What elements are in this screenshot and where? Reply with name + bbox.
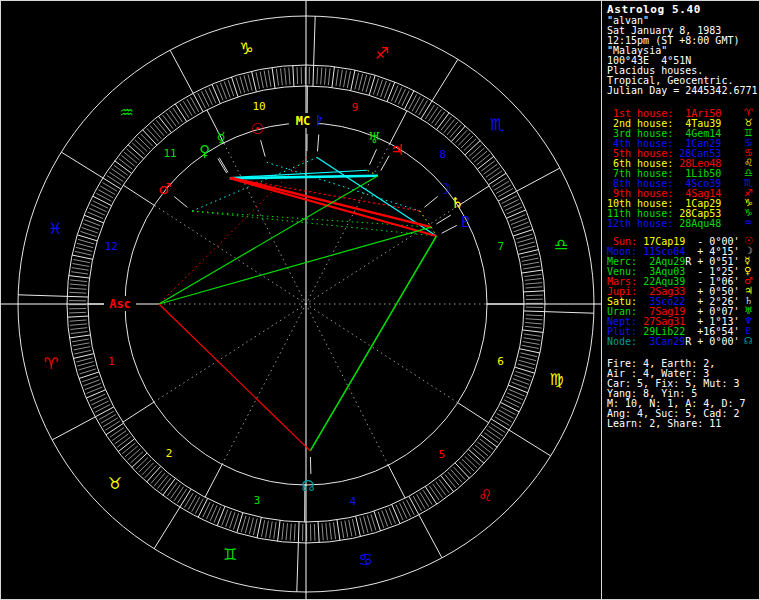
house-number-9: 9 — [352, 101, 359, 114]
planet-icon: ☊ — [744, 336, 753, 346]
house-number-7: 7 — [497, 240, 504, 253]
zodiac-sign-glyph-taurus: ♉ — [108, 474, 122, 493]
house-number-1: 1 — [108, 355, 115, 368]
house-number-5: 5 — [439, 448, 446, 461]
mars-glyph: ♂ — [158, 180, 171, 198]
house-number-10: 10 — [253, 100, 266, 113]
saturn-glyph: ♄ — [450, 194, 463, 212]
venus-glyph: ♀ — [199, 142, 210, 160]
jupiter-glyph: ♃ — [390, 141, 403, 159]
planet-position-table: Sun: 17Cap19 - 0°00'☉Moon: 11Sco04 + 4°1… — [607, 237, 759, 347]
asc-label: Asc — [109, 297, 131, 311]
house-number-2: 2 — [166, 447, 173, 460]
zodiac-sign-icon: ♒ — [744, 218, 753, 228]
degree-tick — [69, 312, 86, 313]
chart-header: Astrolog 5.40"alvan"Sat January 8, 19831… — [607, 5, 759, 96]
natal-chart-wheel: ♈♉♊♋♌♍♎♏♐♑♒♓123456789101112☉☽☿♀♂♃♄♅♆♇☊MC… — [1, 1, 601, 600]
zodiac-sign-glyph-aries: ♈ — [44, 354, 58, 373]
house-number-8: 8 — [440, 148, 447, 161]
info-panel: Astrolog 5.40"alvan"Sat January 8, 19831… — [601, 1, 759, 599]
zodiac-sign-glyph-sagittarius: ♐ — [375, 44, 389, 63]
node-glyph: ☊ — [302, 477, 315, 495]
zodiac-sign-glyph-capricorn: ♑ — [239, 39, 253, 58]
house-cusp-table: 1st house: 1Ari50♈ 2nd house: 4Tau39♉ 3r… — [607, 109, 759, 229]
zodiac-sign-glyph-pisces: ♓ — [48, 219, 62, 238]
zodiac-sign-glyph-cancer: ♋ — [359, 550, 373, 569]
header-line: Julian Day = 2445342.6771 — [607, 86, 759, 96]
degree-tick — [67, 296, 88, 297]
house-number-4: 4 — [350, 495, 357, 508]
degree-tick — [313, 65, 314, 86]
house-number-6: 6 — [497, 355, 504, 368]
wheel-background — [1, 1, 601, 600]
sun-glyph: ☉ — [251, 120, 264, 138]
zodiac-sign-glyph-libra: ♎ — [554, 235, 568, 254]
mercury-glyph: ☿ — [217, 129, 226, 147]
zodiac-sign-glyph-leo: ♌ — [478, 486, 492, 505]
planet-row: Node: 3Can29R + 0°00'☊ — [607, 337, 759, 347]
house-number-11: 11 — [164, 147, 177, 160]
degree-tick — [314, 524, 315, 541]
degree-tick — [524, 311, 545, 312]
zodiac-sign-glyph-scorpio: ♏ — [490, 115, 504, 134]
pluto-glyph: ♇ — [459, 213, 472, 231]
mc-label: MC — [296, 114, 310, 128]
degree-tick — [298, 522, 299, 543]
degree-tick — [297, 67, 298, 84]
house-number-12: 12 — [105, 240, 118, 253]
uranus-glyph: ♅ — [368, 129, 381, 147]
zodiac-sign-glyph-aquarius: ♒ — [120, 103, 134, 122]
element-stats: Fire: 4, Earth: 2,Air : 4, Water: 3Car: … — [607, 359, 759, 429]
house-row: 12th house: 28Aqu48♒ — [607, 219, 759, 229]
stats-line: Learn: 2, Share: 11 — [607, 419, 759, 429]
house-number-3: 3 — [254, 494, 261, 507]
astrolog-window: ♈♉♊♋♌♍♎♏♐♑♒♓123456789101112☉☽☿♀♂♃♄♅♆♇☊MC… — [0, 0, 760, 600]
degree-tick — [526, 295, 543, 296]
zodiac-sign-glyph-gemini: ♊ — [223, 545, 237, 564]
zodiac-sign-glyph-virgo: ♍ — [550, 370, 564, 389]
